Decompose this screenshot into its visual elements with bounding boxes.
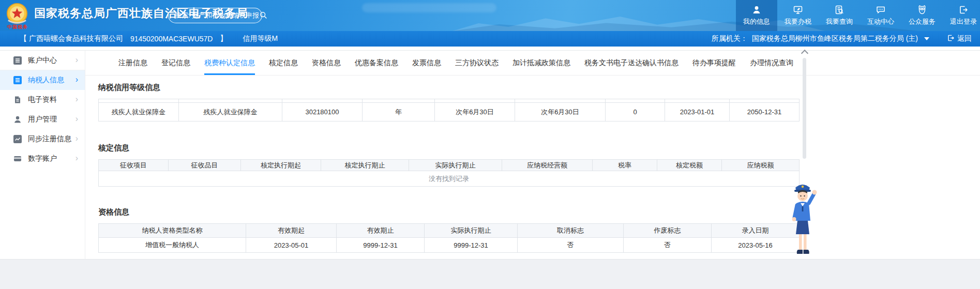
org-label: 所属机关：: [712, 34, 748, 43]
menu-item-interaction[interactable]: 互动中心: [860, 0, 901, 31]
tab-tripartite-agreement[interactable]: 三方协议状态: [455, 51, 499, 75]
chevron-right-icon: ›: [76, 134, 78, 143]
logo-caption: 中国税务: [7, 24, 28, 31]
cell: 2023-05-01: [246, 238, 337, 253]
user-management-icon: [13, 115, 22, 124]
top-menu: 我的信息 我要办税 我要查询 互动中心 公众服务: [736, 0, 980, 31]
cell: 2050-12-31: [730, 103, 800, 121]
menu-label: 互动中心: [867, 17, 894, 26]
desktop-icon: [793, 5, 803, 15]
page-footer-background: [0, 259, 980, 289]
taxpayer-id: 91450200MAC3EWU57D: [130, 35, 213, 43]
user-icon: [751, 5, 762, 15]
sidebar-item-digital-account[interactable]: 数字账户 ›: [0, 149, 85, 169]
column-header: 核定执行期止: [321, 160, 409, 171]
cell: 否: [518, 238, 624, 253]
sidebar-item-account-center[interactable]: 账户中心 ›: [0, 51, 85, 70]
sidebar-item-label: 同步注册信息: [28, 134, 71, 144]
column-header: 有效期止: [337, 224, 425, 238]
sidebar-item-e-documents[interactable]: 电子资料 ›: [0, 90, 85, 110]
tab-preference-filing-info[interactable]: 优惠备案信息: [355, 51, 398, 75]
column-header: 核定税额: [657, 160, 722, 171]
cell: 9999-12-31: [425, 238, 518, 253]
tab-additional-deduction-policy[interactable]: 加计抵减政策信息: [512, 51, 570, 75]
sidebar-item-user-management[interactable]: 用户管理 ›: [0, 110, 85, 129]
column-header: 应纳税额: [722, 160, 800, 171]
cell: 否: [624, 238, 712, 253]
tab-bar: 注册信息 登记信息 税费种认定信息 核定信息 资格信息 优惠备案信息 发票信息 …: [85, 51, 980, 75]
menu-item-logout[interactable]: 退出登录: [943, 0, 980, 31]
sidebar-item-label: 账户中心: [28, 56, 57, 65]
tax-emblem-icon: [6, 3, 28, 24]
column-header: 有效期起: [246, 224, 337, 238]
table-header-row: 纳税人资格类型名称 有效期起 有效期止 实际执行期止 取消标志 作废标志 录入日…: [99, 224, 800, 238]
column-header: 纳税人资格类型名称: [99, 224, 246, 238]
menu-item-public-service[interactable]: 公众服务: [901, 0, 943, 31]
document-icon: [13, 96, 22, 104]
tab-edelivery-confirmation[interactable]: 税务文书电子送达确认书信息: [584, 51, 679, 75]
search-document-icon: [834, 5, 845, 15]
sidebar-item-taxpayer-info[interactable]: 纳税人信息 ›: [0, 70, 85, 90]
column-header: 核定执行期起: [241, 160, 321, 171]
sync-registration-icon: [13, 135, 22, 143]
company-bracket: 】: [220, 34, 227, 43]
credit-rating-table: 残疾人就业保障金 残疾人就业保障金 302180100 年 次年6月30日 次年…: [98, 99, 800, 121]
return-label: 返回: [957, 34, 972, 43]
tab-tax-type-determination[interactable]: 税费种认定信息: [204, 51, 255, 75]
tab-processing-status-query[interactable]: 办理情况查询: [750, 51, 793, 75]
tab-todo-reminder[interactable]: 待办事项提醒: [692, 51, 736, 75]
cell: 302180100: [282, 103, 363, 121]
caret-down-icon[interactable]: [924, 37, 929, 40]
tab-registration-info[interactable]: 注册信息: [118, 51, 147, 75]
column-header: 取消标志: [518, 224, 624, 238]
mascot-tax-officer-image[interactable]: [788, 179, 817, 258]
column-header: 作废标志: [624, 224, 712, 238]
sidebar-item-sync-registration[interactable]: 同步注册信息 ›: [0, 129, 85, 149]
cell: 年: [363, 103, 435, 121]
menu-label: 我的信息: [743, 17, 770, 26]
column-header: 实际执行期止: [409, 160, 502, 171]
column-header: 征收项目: [99, 160, 169, 171]
company-name: 【 广西嘻螺会食品科技有限公司: [20, 34, 123, 43]
cell: 次年6月30日: [435, 103, 515, 121]
menu-label: 我要办税: [785, 17, 811, 26]
sidebar-item-label: 数字账户: [28, 154, 57, 163]
scrollbar-thumb[interactable]: [803, 58, 806, 159]
table-row: 残疾人就业保障金 残疾人就业保障金 302180100 年 次年6月30日 次年…: [99, 103, 800, 121]
cell: 残疾人就业保障金: [99, 103, 179, 121]
sidebar-item-label: 用户管理: [28, 115, 57, 124]
chevron-right-icon: ›: [76, 75, 78, 84]
column-header: 税率: [593, 160, 657, 171]
tab-invoice-info[interactable]: 发票信息: [412, 51, 441, 75]
org-selector[interactable]: 国家税务总局柳州市鱼峰区税务局第二税务分局 (主): [752, 34, 918, 43]
cell: 9999-12-31: [337, 238, 425, 253]
assessment-table: 征收项目 征收品目 核定执行期起 核定执行期止 实际执行期止 应纳税经营额 税率…: [98, 159, 800, 187]
taxpayer-bar: 【 广西嘻螺会食品科技有限公司 91450200MAC3EWU57D 】 信用等…: [0, 31, 980, 47]
tab-qualification-info[interactable]: 资格信息: [312, 51, 341, 75]
menu-item-do-tax[interactable]: 我要办税: [777, 0, 819, 31]
no-records-message: 没有找到记录: [99, 171, 800, 187]
main-panel: 注册信息 登记信息 税费种认定信息 核定信息 资格信息 优惠备案信息 发票信息 …: [85, 51, 980, 259]
content-area: 账户中心 › 纳税人信息 › 电子资料 › 用户管理 ›: [0, 47, 980, 259]
empty-row: 没有找到记录: [99, 171, 800, 187]
table-header-row: 征收项目 征收品目 核定执行期起 核定执行期止 实际执行期止 应纳税经营额 税率…: [99, 160, 800, 171]
menu-label: 公众服务: [909, 17, 936, 26]
sidebar-item-label: 电子资料: [28, 95, 57, 104]
scroll-up-arrow[interactable]: [801, 49, 809, 56]
menu-item-my-info[interactable]: 我的信息: [736, 0, 777, 31]
account-center-icon: [13, 56, 22, 65]
section-title-assessment: 核定信息: [98, 143, 967, 153]
table-header-clipped: [99, 99, 800, 103]
cell: 0: [606, 103, 665, 121]
top-header: 国家税务总局广西壮族自治区电子税务局 中国税务 搜索: 财产和行为税纳税申报 我…: [0, 0, 980, 31]
cell: 次年6月30日: [515, 103, 606, 121]
return-old-version-button[interactable]: 返回: [947, 34, 972, 43]
tab-assessment-info[interactable]: 核定信息: [269, 51, 298, 75]
cell: 2023-01-01: [665, 103, 730, 121]
owl-icon: [917, 5, 927, 15]
search-box[interactable]: 搜索: 财产和行为税纳税申报: [168, 8, 262, 23]
menu-item-query[interactable]: 我要查询: [819, 0, 860, 31]
tab-registry-info[interactable]: 登记信息: [161, 51, 190, 75]
sidebar: 账户中心 › 纳税人信息 › 电子资料 › 用户管理 ›: [0, 51, 85, 259]
cell: 2023-05-16: [712, 238, 800, 253]
